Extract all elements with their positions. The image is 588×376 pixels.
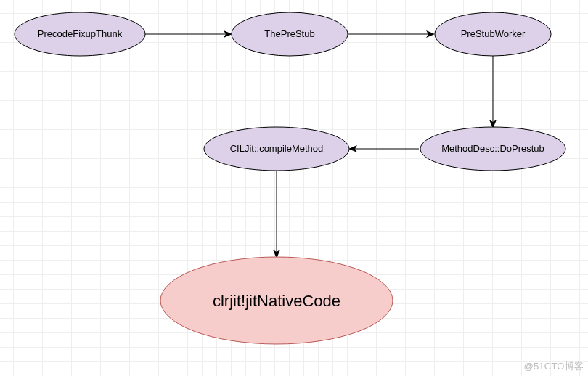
flow-diagram: PrecodeFixupThunk ThePreStub PreStubWork… xyxy=(0,0,588,376)
node-label: CILJit::compileMethod xyxy=(230,143,324,154)
node-prestub-worker: PreStubWorker xyxy=(435,12,551,56)
node-ciljit-compilemethod: CILJit::compileMethod xyxy=(204,127,349,171)
watermark: @51CTO博客 xyxy=(524,360,584,373)
node-label: PreStubWorker xyxy=(461,28,526,39)
node-the-prestub: ThePreStub xyxy=(232,12,348,56)
node-clrjit-jitnativecode: clrjit!jitNativeCode xyxy=(160,257,393,344)
node-methoddesc-doprestub: MethodDesc::DoPrestub xyxy=(420,127,565,171)
node-precode-fixup-thunk: PrecodeFixupThunk xyxy=(15,12,145,56)
node-label: PrecodeFixupThunk xyxy=(38,28,123,39)
node-label: MethodDesc::DoPrestub xyxy=(441,143,544,154)
node-label: ThePreStub xyxy=(264,28,314,39)
node-label: clrjit!jitNativeCode xyxy=(213,292,340,310)
